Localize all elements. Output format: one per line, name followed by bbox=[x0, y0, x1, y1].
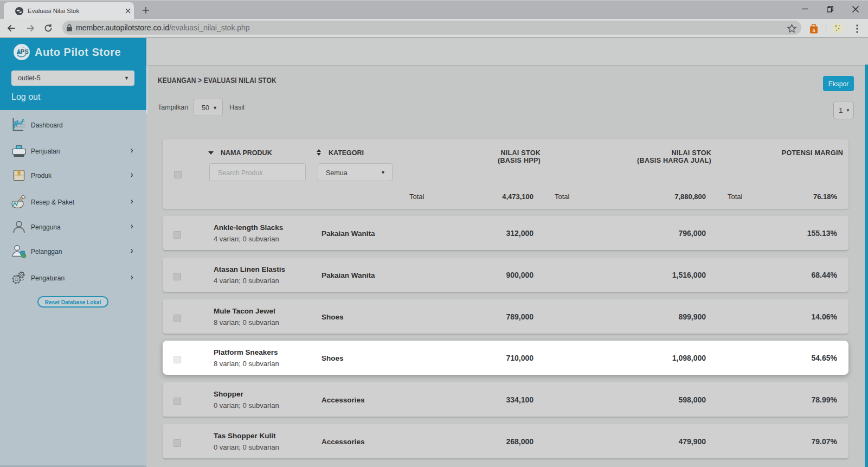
svg-text:PS: PS bbox=[21, 48, 29, 55]
